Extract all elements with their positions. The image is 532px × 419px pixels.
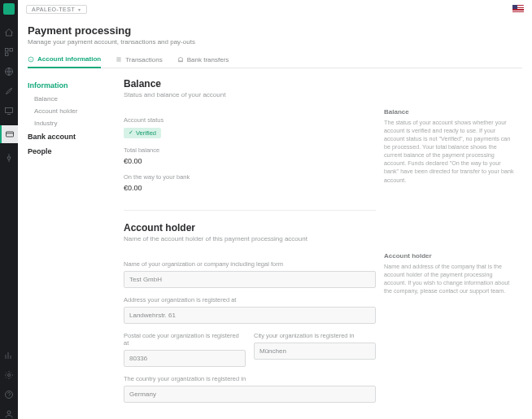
org-address-field: Address your organization is registered … xyxy=(124,296,376,324)
sidenav-balance[interactable]: Balance xyxy=(28,93,124,105)
balance-left: Account status Verified Total balance €0… xyxy=(124,108,376,192)
org-name-input[interactable] xyxy=(124,271,376,288)
account-status-block: Account status Verified xyxy=(124,116,376,138)
svg-rect-4 xyxy=(6,108,13,113)
tabs: Account information Transactions Bank tr… xyxy=(28,55,522,68)
sidenav-account-holder[interactable]: Account holder xyxy=(28,105,124,117)
postal-city-row: Postal code your organization is registe… xyxy=(124,324,376,367)
nav-home-icon[interactable] xyxy=(4,28,14,37)
city-label: City your organization is registered in xyxy=(254,332,376,339)
sidenav-people[interactable]: People xyxy=(28,144,124,159)
holder-help: Account holder Name and address of the c… xyxy=(384,252,514,403)
holder-row: Name of your organization or company inc… xyxy=(124,252,522,403)
postal-field: Postal code your organization is registe… xyxy=(124,332,246,367)
balance-desc: Status and balance of your account xyxy=(124,91,522,98)
nav-reports-icon[interactable] xyxy=(4,351,14,360)
page: Payment processing Manage your payment a… xyxy=(18,18,532,419)
tab-label: Account information xyxy=(37,55,101,63)
balance-row: Account status Verified Total balance €0… xyxy=(124,108,522,192)
balance-help: Balance The status of your account shows… xyxy=(384,108,514,192)
org-name-field: Name of your organization or company inc… xyxy=(124,260,376,288)
left-rail xyxy=(0,0,18,419)
balance-title: Balance xyxy=(124,78,522,89)
nav-pin-icon[interactable] xyxy=(4,153,14,163)
svg-rect-1 xyxy=(10,49,13,52)
section-divider xyxy=(124,210,376,211)
app-logo[interactable] xyxy=(3,3,15,15)
svg-rect-5 xyxy=(7,132,14,137)
total-balance-block: Total balance €0.00 xyxy=(124,146,376,165)
balance-help-title: Balance xyxy=(384,108,514,116)
onway-block: On the way to your bank €0.00 xyxy=(124,173,376,192)
org-address-input[interactable] xyxy=(124,307,376,324)
country-field: The country your organization is registe… xyxy=(124,375,376,403)
svg-rect-0 xyxy=(6,49,9,52)
content: Information Balance Account holder Indus… xyxy=(28,68,522,419)
panel: Balance Status and balance of your accou… xyxy=(124,68,522,419)
holder-desc: Name of the account holder of this payme… xyxy=(124,235,522,242)
holder-left: Name of your organization or company inc… xyxy=(124,252,376,403)
total-balance-value: €0.00 xyxy=(124,157,376,165)
total-balance-label: Total balance xyxy=(124,146,376,154)
org-name-label: Name of your organization or company inc… xyxy=(124,260,376,268)
sidenav-information[interactable]: Information xyxy=(28,78,124,93)
city-field: City your organization is registered in xyxy=(254,332,376,367)
sidenav-industry[interactable]: Industry xyxy=(28,117,124,129)
tab-bank-transfers[interactable]: Bank transfers xyxy=(177,55,229,68)
postal-input[interactable] xyxy=(124,350,246,367)
nav-globe-icon[interactable] xyxy=(4,67,14,76)
tab-account-information[interactable]: Account information xyxy=(28,55,101,68)
holder-help-body: Name and address of the company that is … xyxy=(384,263,514,295)
org-address-label: Address your organization is registered … xyxy=(124,296,376,303)
page-subtitle: Manage your payment account, transaction… xyxy=(28,38,522,46)
nav-settings-icon[interactable] xyxy=(4,370,14,380)
country-label: The country your organization is registe… xyxy=(124,375,376,382)
page-title: Payment processing xyxy=(28,24,522,37)
status-badge: Verified xyxy=(124,128,161,138)
holder-section-head: Account holder Name of the account holde… xyxy=(124,222,522,242)
onway-label: On the way to your bank xyxy=(124,173,376,181)
tab-label: Transactions xyxy=(125,56,163,63)
svg-point-8 xyxy=(7,411,11,414)
side-nav: Information Balance Account holder Indus… xyxy=(28,68,124,419)
nav-rocket-icon[interactable] xyxy=(4,86,14,96)
country-input[interactable] xyxy=(124,386,376,403)
status-badge-text: Verified xyxy=(136,129,156,137)
svg-point-6 xyxy=(8,374,11,377)
sidenav-bank-account[interactable]: Bank account xyxy=(28,129,124,144)
svg-rect-2 xyxy=(6,53,9,56)
tab-label: Bank transfers xyxy=(187,56,229,63)
tab-transactions[interactable]: Transactions xyxy=(116,55,163,68)
nav-help-icon[interactable] xyxy=(4,390,14,399)
nav-dashboard-icon[interactable] xyxy=(4,47,14,57)
nav-card-icon[interactable] xyxy=(0,125,18,143)
onway-value: €0.00 xyxy=(124,184,376,192)
locale-flag-icon[interactable] xyxy=(512,5,524,13)
main-area: APALEO-TEST Payment processing Manage yo… xyxy=(18,0,532,419)
holder-title: Account holder xyxy=(124,222,522,234)
info-icon xyxy=(28,56,34,63)
balance-help-body: The status of your account shows whether… xyxy=(384,119,514,185)
account-status-label: Account status xyxy=(124,116,376,124)
topbar: APALEO-TEST xyxy=(18,0,532,18)
nav-user-avatar[interactable] xyxy=(4,409,14,419)
postal-label: Postal code your organization is registe… xyxy=(124,332,246,347)
bank-icon xyxy=(177,56,184,63)
holder-help-title: Account holder xyxy=(384,252,514,260)
property-selector-label: APALEO-TEST xyxy=(32,7,75,12)
balance-section-head: Balance Status and balance of your accou… xyxy=(124,78,522,98)
property-selector[interactable]: APALEO-TEST xyxy=(26,5,87,14)
nav-monitor-icon[interactable] xyxy=(4,106,14,116)
svg-point-7 xyxy=(6,391,13,399)
city-input[interactable] xyxy=(254,343,376,360)
list-icon xyxy=(116,56,122,63)
